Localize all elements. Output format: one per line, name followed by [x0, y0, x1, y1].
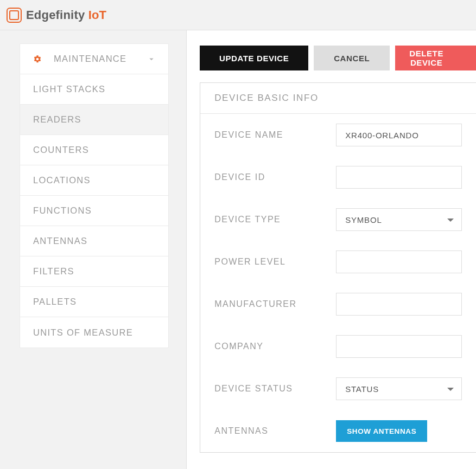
- device-name-input[interactable]: [336, 124, 462, 146]
- chevron-down-icon: [147, 54, 156, 64]
- sidebar-item-label: FUNCTIONS: [33, 205, 92, 216]
- sidebar-item-label: FILTERS: [33, 266, 74, 277]
- sidebar-item-label: COUNTERS: [33, 145, 89, 155]
- cancel-button[interactable]: CANCEL: [314, 46, 390, 70]
- brand-name-accent: IoT: [88, 8, 107, 22]
- row-device-status: DEVICE STATUS STATUS: [200, 368, 476, 410]
- sidebar-item-label: PALLETS: [33, 297, 77, 307]
- label-manufacturer: MANUFACTURER: [214, 299, 336, 309]
- brand-name-prefix: Edgefinity: [26, 8, 88, 22]
- manufacturer-input[interactable]: [336, 293, 462, 316]
- sidebar-item-filters[interactable]: FILTERS: [20, 256, 168, 287]
- layout: MAINTENANCE LIGHT STACKS READERS COUNTER…: [0, 30, 476, 469]
- sidebar-item-light-stacks[interactable]: LIGHT STACKS: [20, 74, 168, 105]
- sidebar-item-pallets[interactable]: PALLETS: [20, 287, 168, 317]
- row-power-level: POWER LEVEL: [200, 241, 476, 283]
- panel-title: DEVICE BASIC INFO: [200, 83, 476, 114]
- row-antennas: ANTENNAS SHOW ANTENNAS: [200, 410, 476, 452]
- row-company: COMPANY: [200, 325, 476, 368]
- brand-icon: [7, 8, 22, 23]
- row-device-name: DEVICE NAME: [200, 114, 476, 156]
- sidebar-item-label: LIGHT STACKS: [33, 84, 105, 94]
- nav-panel: MAINTENANCE LIGHT STACKS READERS COUNTER…: [20, 43, 169, 348]
- label-device-status: DEVICE STATUS: [214, 384, 336, 394]
- sidebar-item-label: ANTENNAS: [33, 236, 87, 246]
- sidebar-item-locations[interactable]: LOCATIONS: [20, 165, 168, 196]
- row-manufacturer: MANUFACTURER: [200, 283, 476, 325]
- sidebar: MAINTENANCE LIGHT STACKS READERS COUNTER…: [0, 30, 187, 469]
- device-type-select[interactable]: SYMBOL: [336, 208, 462, 231]
- topbar: Edgefinity IoT: [0, 0, 476, 30]
- sidebar-item-label: READERS: [33, 114, 81, 125]
- label-device-id: DEVICE ID: [214, 172, 336, 182]
- sidebar-item-functions[interactable]: FUNCTIONS: [20, 196, 168, 226]
- nav-header-maintenance[interactable]: MAINTENANCE: [20, 44, 168, 74]
- device-status-select[interactable]: STATUS: [336, 377, 462, 400]
- delete-device-button[interactable]: DELETE DEVICE: [395, 46, 476, 70]
- sidebar-item-label: LOCATIONS: [33, 175, 91, 185]
- label-company: COMPANY: [214, 342, 336, 351]
- action-button-row: UPDATE DEVICE CANCEL DELETE DEVICE: [200, 46, 476, 70]
- row-device-type: DEVICE TYPE SYMBOL: [200, 198, 476, 241]
- power-level-input[interactable]: [336, 250, 462, 273]
- sidebar-item-label: UNITS OF MEASURE: [33, 327, 133, 338]
- sidebar-item-antennas[interactable]: ANTENNAS: [20, 226, 168, 256]
- gear-icon: [33, 55, 42, 63]
- label-device-type: DEVICE TYPE: [214, 215, 336, 224]
- brand-name: Edgefinity IoT: [26, 8, 106, 22]
- company-input[interactable]: [336, 335, 462, 358]
- label-power-level: POWER LEVEL: [214, 257, 336, 267]
- device-id-input[interactable]: [336, 166, 462, 189]
- sidebar-item-readers[interactable]: READERS: [20, 105, 168, 135]
- label-antennas: ANTENNAS: [214, 426, 336, 436]
- device-basic-info-panel: DEVICE BASIC INFO DEVICE NAME DEVICE ID …: [200, 82, 476, 453]
- show-antennas-button[interactable]: SHOW ANTENNAS: [336, 420, 427, 442]
- sidebar-item-units-of-measure[interactable]: UNITS OF MEASURE: [20, 317, 168, 348]
- sidebar-item-counters[interactable]: COUNTERS: [20, 135, 168, 165]
- update-device-button[interactable]: UPDATE DEVICE: [200, 46, 308, 70]
- nav-header-label: MAINTENANCE: [54, 54, 126, 64]
- row-device-id: DEVICE ID: [200, 156, 476, 198]
- main-content: UPDATE DEVICE CANCEL DELETE DEVICE DEVIC…: [187, 30, 476, 469]
- label-device-name: DEVICE NAME: [214, 130, 336, 140]
